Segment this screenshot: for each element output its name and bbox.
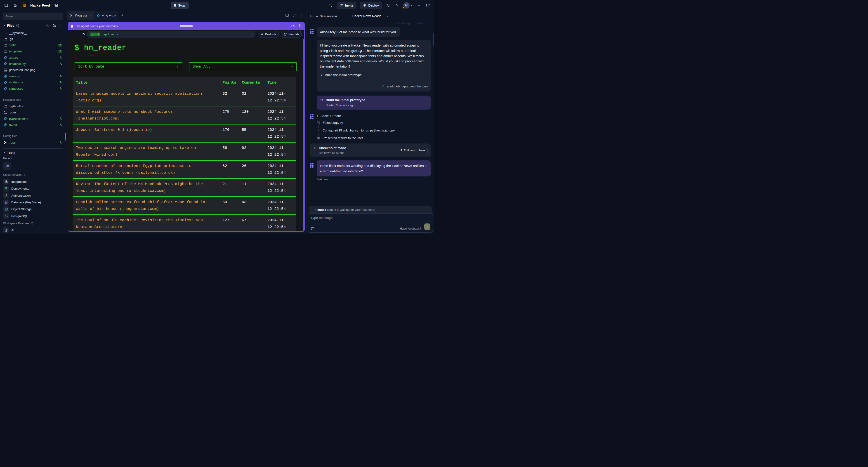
filter-select[interactable]: Show All∨: [189, 62, 297, 71]
replit-file-icon: [4, 141, 7, 144]
session-title-dropdown[interactable]: Hacker News Reade… ▼: [352, 14, 388, 18]
tab-progress[interactable]: Progress ×: [67, 11, 94, 20]
sidebar-item-deployments[interactable]: Deployments: [3, 185, 63, 192]
file-row[interactable]: .replitA: [3, 139, 63, 145]
kebab-menu-icon[interactable]: ⋮: [59, 24, 63, 27]
table-row[interactable]: Burial chamber of an ancient Egyptian pr…: [73, 160, 296, 178]
chevron-down-icon: ∨: [177, 65, 179, 68]
project-icon[interactable]: [21, 2, 27, 8]
new-file-icon[interactable]: [45, 24, 49, 27]
table-row[interactable]: Large language models in national securi…: [73, 88, 296, 106]
python-icon: [4, 74, 7, 78]
pin-icon[interactable]: [298, 24, 302, 28]
file-row[interactable]: static2: [3, 42, 63, 48]
go-arrow-icon[interactable]: →: [250, 33, 253, 36]
sidebar-item-authentication[interactable]: Authentication: [3, 192, 63, 199]
search-input[interactable]: [3, 13, 63, 20]
sidebar-item-postgresql[interactable]: PostgreSQL: [3, 212, 63, 220]
timeline-item-presented[interactable]: Presented results to the user: [317, 136, 431, 140]
file-row[interactable]: uv.lockA: [3, 122, 63, 128]
deploy-icon: [4, 187, 8, 190]
git-added-badge: A: [60, 74, 62, 78]
sidebar-scrollbar[interactable]: [65, 133, 66, 140]
resources-icon[interactable]: [53, 2, 59, 8]
browser-present-icon: [317, 136, 320, 140]
webview-scrollbar[interactable]: [303, 39, 304, 231]
kebab-menu-icon[interactable]: ⋮: [300, 13, 303, 18]
file-row[interactable]: templates2: [3, 48, 63, 55]
sidebar-item-ai[interactable]: AI: [3, 227, 63, 234]
back-icon[interactable]: ←: [71, 32, 74, 36]
message-input[interactable]: [311, 216, 430, 224]
new-tab-button[interactable]: +: [119, 11, 126, 20]
file-row[interactable]: scraper.pyA: [3, 86, 63, 92]
sidebar-item-object-storage[interactable]: Object Storage: [3, 206, 63, 212]
file-row[interactable]: main.pyA: [3, 73, 63, 79]
table-row[interactable]: What I wish someone told me about Postgr…: [73, 106, 296, 124]
table-row[interactable]: Two upstart search engines are teaming u…: [73, 142, 296, 160]
file-row[interactable]: .git: [3, 36, 63, 42]
checkpoint-card: Checkpoint made just now • 6f268eb6 ↺ Ro…: [310, 143, 431, 157]
file-row[interactable]: app.pyA: [3, 55, 63, 61]
agent-tool-button[interactable]: [3, 162, 11, 170]
send-button[interactable]: ↑: [424, 224, 430, 230]
devtools-button[interactable]: Devtools: [258, 31, 279, 37]
invite-button[interactable]: Invite: [337, 2, 357, 9]
help-icon[interactable]: ?: [394, 2, 400, 8]
stop-button[interactable]: Stop: [170, 2, 189, 9]
open-new-tab-button[interactable]: New tab: [281, 31, 302, 37]
image-icon: [4, 68, 7, 72]
table-row[interactable]: Review: The fastest of the M4 MacBook Pr…: [73, 178, 296, 196]
prototype-task-card[interactable]: Build the initial prototype Started 3 mi…: [317, 96, 431, 109]
split-view-icon[interactable]: [285, 13, 289, 17]
sidebar-item-integrations[interactable]: Integrations: [3, 178, 63, 185]
file-row[interactable]: generated-icon.png: [3, 67, 63, 73]
agent-scrollbar[interactable]: [433, 33, 434, 46]
url-bar[interactable]: {...} .replit.dev / →: [88, 31, 255, 37]
table-row[interactable]: Jepsen: Bufstream 0.1 (jepsen.io) 170 55…: [73, 124, 296, 142]
file-row[interactable]: models.pyA: [3, 79, 63, 86]
recent-label: Recent: [3, 157, 63, 160]
file-row[interactable]: .pythonlibs: [3, 103, 63, 109]
replit-workspace: HackerFeed Stop Invite Deploy ? RC ✦ ▼ »: [0, 0, 434, 234]
file-row[interactable]: .upm: [3, 109, 63, 115]
close-icon[interactable]: ×: [89, 14, 91, 17]
tab-scraper-py[interactable]: scraper.py: [94, 11, 119, 20]
collapse-right-icon[interactable]: »: [416, 2, 422, 8]
new-folder-icon[interactable]: [53, 24, 56, 27]
drag-handle[interactable]: [180, 25, 193, 27]
reload-icon[interactable]: ↻: [82, 32, 85, 36]
show-more-button[interactable]: ↕ Show 17 more: [310, 114, 431, 118]
table-row[interactable]: The Soul of an Old Machine: Revisiting t…: [73, 214, 296, 231]
sidebar-item-database-kv[interactable]: Database (Key/Value): [3, 199, 63, 206]
session-list-icon[interactable]: [310, 14, 314, 18]
new-session-button[interactable]: + New session: [316, 14, 337, 18]
attachment-paperclip-icon[interactable]: [311, 226, 314, 230]
sidebar-toggle-icon[interactable]: [3, 2, 9, 8]
file-row[interactable]: pyproject.tomlA: [3, 116, 63, 122]
notifications-bell-icon[interactable]: [385, 2, 391, 8]
file-row[interactable]: __pycache__: [3, 30, 63, 36]
feedback-link[interactable]: Have feedback?: [400, 227, 421, 230]
timeline-item-configured[interactable]: Configured Flask Server to run python ma…: [317, 129, 431, 132]
search-icon[interactable]: [328, 2, 333, 8]
assistant-chat-icon[interactable]: [425, 2, 431, 8]
file-row[interactable]: database.pyA: [3, 61, 63, 67]
timeline-item-edited[interactable]: Edited app.py: [317, 121, 431, 125]
rollback-button[interactable]: ↺ Rollback to here: [397, 147, 428, 154]
files-section-header[interactable]: ▼ Files ⋮: [3, 24, 63, 27]
sort-select[interactable]: Sort by Date∨: [74, 62, 182, 71]
home-icon[interactable]: [12, 2, 18, 8]
project-title[interactable]: HackerFeed: [30, 3, 50, 7]
stories-table: Title Points Comments Time Large languag…: [73, 77, 296, 231]
deploy-button[interactable]: Deploy: [360, 2, 382, 9]
agent-avatar: [309, 162, 314, 168]
popout-icon[interactable]: [291, 24, 295, 28]
tools-section-header[interactable]: ▼ Tools: [3, 151, 63, 155]
git-added-badge: A: [60, 141, 62, 144]
table-row[interactable]: Spanish police arrest ex-fraud chief aft…: [73, 196, 296, 214]
expand-icon[interactable]: [292, 13, 296, 17]
plan-approval: ✓raoufchebri approved the plan: [320, 84, 428, 89]
account-menu[interactable]: RC ✦ ▼: [403, 2, 413, 8]
forward-icon[interactable]: →: [76, 32, 80, 36]
